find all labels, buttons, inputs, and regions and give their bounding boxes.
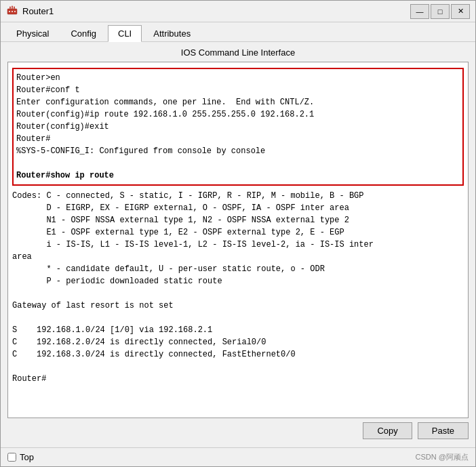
top-label: Top bbox=[20, 452, 34, 462]
svg-point-3 bbox=[14, 11, 16, 12]
cli-codes-i: i - IS-IS, L1 - IS-IS level-1, L2 - IS-I… bbox=[12, 239, 464, 251]
cli-codes-p: P - periodic downloaded static route bbox=[12, 275, 464, 287]
svg-point-8 bbox=[12, 5, 13, 7]
svg-point-7 bbox=[9, 6, 11, 7]
close-button[interactable]: ✕ bbox=[451, 4, 470, 19]
cli-line-1: Router>en bbox=[16, 72, 460, 84]
cli-blank3 bbox=[12, 361, 464, 373]
cli-container[interactable]: Router>en Router#conf t Enter configurat… bbox=[7, 62, 469, 418]
cli-line-show: Router#show ip route bbox=[16, 169, 460, 182]
cli-blank1 bbox=[12, 287, 464, 300]
router-icon bbox=[6, 5, 18, 18]
cli-line-3: Enter configuration commands, one per li… bbox=[16, 96, 460, 108]
watermark: CSDN @阿顽点 bbox=[416, 452, 469, 462]
cli-codes-n1: N1 - OSPF NSSA external type 1, N2 - OSP… bbox=[12, 214, 464, 226]
cli-codes-area: area bbox=[12, 251, 464, 263]
title-bar: Router1 — □ ✕ bbox=[1, 1, 475, 22]
cli-line-blank bbox=[16, 157, 460, 169]
status-bar: Top CSDN @阿顽点 bbox=[1, 447, 475, 466]
cli-line-5: Router(config)#exit bbox=[16, 121, 460, 133]
title-controls: — □ ✕ bbox=[410, 4, 470, 19]
paste-button[interactable]: Paste bbox=[418, 422, 469, 439]
window-title: Router1 bbox=[22, 6, 410, 16]
cli-codes-d: D - EIGRP, EX - EIGRP external, O - OSPF… bbox=[12, 202, 464, 214]
minimize-button[interactable]: — bbox=[410, 4, 429, 19]
cli-line-6: Router# bbox=[16, 133, 460, 145]
section-title: IOS Command Line Interface bbox=[7, 47, 469, 58]
tab-cli[interactable]: CLI bbox=[108, 25, 142, 42]
svg-point-9 bbox=[14, 6, 15, 7]
top-checkbox[interactable] bbox=[7, 453, 16, 462]
svg-point-2 bbox=[12, 11, 13, 12]
cli-route-c2: C 192.168.3.0/24 is directly connected, … bbox=[12, 348, 464, 361]
copy-button[interactable]: Copy bbox=[363, 422, 412, 439]
top-checkbox-area: Top bbox=[7, 452, 34, 462]
tab-attributes[interactable]: Attributes bbox=[143, 25, 201, 41]
cli-codes-e1: E1 - OSPF external type 1, E2 - OSPF ext… bbox=[12, 226, 464, 239]
router-window: Router1 — □ ✕ Physical Config CLI Attrib… bbox=[0, 0, 476, 467]
cli-line-7: %SYS-5-CONFIG_I: Configured from console… bbox=[16, 145, 460, 157]
button-row: Copy Paste bbox=[7, 418, 469, 442]
tab-config[interactable]: Config bbox=[60, 25, 106, 41]
cli-red-box: Router>en Router#conf t Enter configurat… bbox=[12, 68, 464, 186]
svg-point-1 bbox=[9, 11, 10, 12]
cli-codes-star: * - candidate default, U - per-user stat… bbox=[12, 263, 464, 275]
maximize-button[interactable]: □ bbox=[431, 4, 450, 19]
cli-route-c1: C 192.168.2.0/24 is directly connected, … bbox=[12, 336, 464, 348]
cli-line-4: Router(config)#ip route 192.168.1.0 255.… bbox=[16, 108, 460, 121]
cli-prompt-end: Router# bbox=[12, 373, 464, 385]
cli-blank2 bbox=[12, 312, 464, 324]
cli-codes: Codes: C - connected, S - static, I - IG… bbox=[12, 190, 464, 202]
cli-gateway: Gateway of last resort is not set bbox=[12, 300, 464, 312]
content-area: IOS Command Line Interface Router>en Rou… bbox=[1, 42, 475, 447]
cli-terminal[interactable]: Router>en Router#conf t Enter configurat… bbox=[8, 62, 468, 418]
cli-route-s: S 192.168.1.0/24 [1/0] via 192.168.2.1 bbox=[12, 324, 464, 336]
tab-physical[interactable]: Physical bbox=[6, 25, 59, 41]
cli-line-2: Router#conf t bbox=[16, 84, 460, 96]
tab-bar: Physical Config CLI Attributes bbox=[1, 22, 475, 42]
